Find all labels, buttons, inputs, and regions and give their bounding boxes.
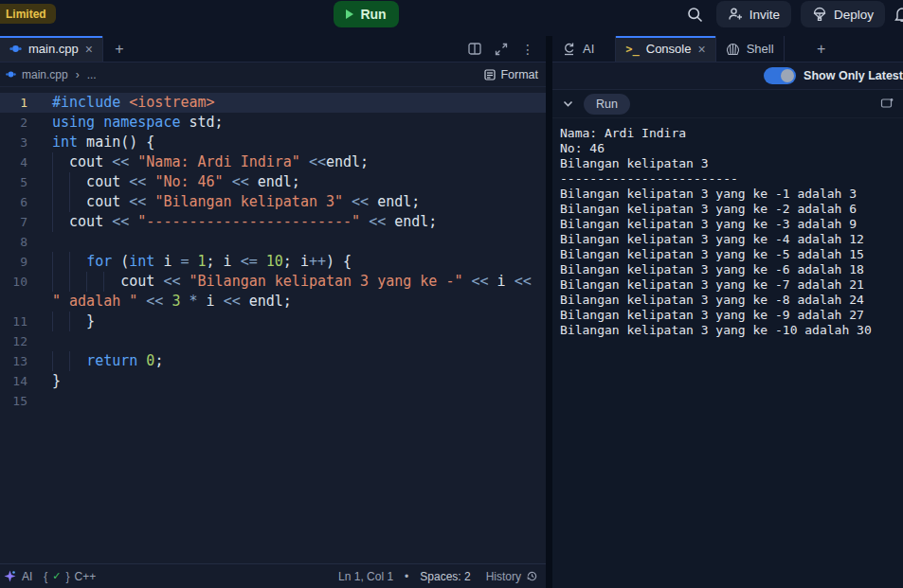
status-ai-label[interactable]: AI <box>22 570 32 583</box>
code-line[interactable]: 10 cout << "Bilangan kelipatan 3 yang ke… <box>0 272 546 292</box>
line-number: 5 <box>0 172 52 192</box>
code-line[interactable]: 7 cout << "------------------------" << … <box>0 212 546 232</box>
status-separator-dot: • <box>405 570 408 583</box>
code-line[interactable]: 11 } <box>0 312 546 331</box>
code-line[interactable]: 3int main() { <box>0 133 546 152</box>
toggle-knob <box>781 69 794 82</box>
breadcrumb-more[interactable]: ... <box>87 68 97 81</box>
code-line[interactable]: 5 cout << "No: 46" << endl; <box>0 172 546 192</box>
new-tab-button[interactable]: + <box>103 36 135 62</box>
editor-menu-button[interactable]: ⋮ <box>517 38 538 61</box>
deploy-icon <box>812 7 827 22</box>
line-number: 2 <box>0 113 52 133</box>
line-number: 8 <box>0 232 52 252</box>
tab-console-close-icon[interactable]: × <box>697 43 705 56</box>
format-icon <box>484 69 496 80</box>
line-number <box>0 292 52 312</box>
line-number: 1 <box>0 93 52 113</box>
search-button[interactable] <box>683 3 707 27</box>
show-only-latest-toggle[interactable] <box>764 67 796 84</box>
split-pane-button[interactable] <box>464 39 485 59</box>
console-line: Bilangan kelipatan 3 yang ke -6 adalah 1… <box>560 262 903 277</box>
line-number: 11 <box>0 312 52 331</box>
console-output[interactable]: Nama: Ardi IndiraNo: 46Bilangan kelipata… <box>552 118 903 588</box>
ai-tab-icon <box>562 42 576 56</box>
expand-icon <box>495 43 508 56</box>
code-line-text: return 0; <box>52 351 163 371</box>
code-line-text: cout << "No: 46" << endl; <box>52 172 300 192</box>
history-clock-icon <box>526 570 538 582</box>
code-line[interactable]: 8 <box>0 232 546 252</box>
tab-close-icon[interactable]: × <box>85 43 93 56</box>
format-button[interactable]: Format <box>484 68 538 81</box>
play-icon <box>346 9 353 19</box>
code-line[interactable]: 4 cout << "Nama: Ardi Indira" <<endl; <box>0 152 546 172</box>
history-label: History <box>486 570 521 583</box>
notifications-bell-icon[interactable] <box>894 6 903 23</box>
code-line[interactable]: 2using namespace std; <box>0 113 546 133</box>
language-badge[interactable]: {✓} C++ <box>44 570 96 583</box>
code-line-text: int main() { <box>52 133 154 152</box>
spaces-setting[interactable]: Spaces: 2 <box>420 570 470 583</box>
line-number: 13 <box>0 351 52 371</box>
tab-shell[interactable]: Shell <box>716 36 785 62</box>
console-line: Bilangan kelipatan 3 yang ke -8 adalah 2… <box>560 293 903 308</box>
code-line[interactable]: " adalah " << 3 * i << endl; <box>0 292 546 312</box>
console-line: Bilangan kelipatan 3 yang ke -9 adalah 2… <box>560 308 903 323</box>
console-line: Bilangan kelipatan 3 yang ke -7 adalah 2… <box>560 277 903 293</box>
line-number: 14 <box>0 371 52 391</box>
code-line[interactable]: 14} <box>0 371 546 391</box>
chevron-down-icon[interactable] <box>562 98 574 110</box>
invite-person-icon <box>728 7 743 22</box>
history-button[interactable]: History <box>486 570 538 583</box>
line-number: 15 <box>0 391 52 411</box>
code-line[interactable]: 15 <box>0 391 546 411</box>
code-line-text: cout << "Bilangan kelipatan 3" << endl; <box>52 192 420 212</box>
cpp-file-icon-small <box>6 69 16 80</box>
console-new-tab-button[interactable]: + <box>805 36 838 62</box>
code-line[interactable]: 13 return 0; <box>0 351 546 371</box>
line-number: 10 <box>0 272 52 292</box>
tab-console[interactable]: >_ Console × <box>616 36 715 62</box>
console-toolbar: Show Only Latest <box>552 62 903 90</box>
invite-button[interactable]: Invite <box>716 1 791 27</box>
breadcrumb-separator: › <box>76 68 80 81</box>
code-line-text: cout << "Nama: Ardi Indira" <<endl; <box>52 152 369 172</box>
code-line-text: cout << "Bilangan kelipatan 3 yang ke -"… <box>52 272 532 292</box>
console-run-chip[interactable]: Run <box>584 94 630 115</box>
show-only-latest-label: Show Only Latest <box>804 69 903 82</box>
code-line[interactable]: 9 for (int i = 1; i <= 10; i++) { <box>0 252 546 272</box>
invite-button-label: Invite <box>749 8 780 22</box>
code-line-text: } <box>52 371 61 391</box>
breadcrumb-file[interactable]: main.cpp <box>22 68 68 81</box>
code-editor[interactable]: 1#include <iostream>2using namespace std… <box>0 87 546 563</box>
line-number: 3 <box>0 133 52 152</box>
console-line: ------------------------ <box>560 171 903 187</box>
cursor-position[interactable]: Ln 1, Col 1 <box>338 570 393 583</box>
console-run-row: Run <box>552 90 903 118</box>
line-number: 6 <box>0 192 52 212</box>
deploy-button[interactable]: Deploy <box>801 1 885 27</box>
split-pane-icon <box>468 43 481 55</box>
console-line: Bilangan kelipatan 3 yang ke -1 adalah 3 <box>560 187 903 202</box>
line-number: 9 <box>0 252 52 272</box>
console-line: Bilangan kelipatan 3 yang ke -4 adalah 1… <box>560 232 903 247</box>
line-number: 7 <box>0 212 52 232</box>
code-line-text: } <box>52 312 95 331</box>
console-line: Bilangan kelipatan 3 yang ke -5 adalah 1… <box>560 247 903 262</box>
expand-pane-button[interactable] <box>491 39 512 60</box>
code-line[interactable]: 6 cout << "Bilangan kelipatan 3" << endl… <box>0 192 546 212</box>
limited-plan-badge[interactable]: Limited <box>0 4 56 24</box>
feedback-flag-icon[interactable] <box>880 98 894 110</box>
console-tab-bar: AI >_ Console × Shell + <box>552 36 903 62</box>
search-icon <box>687 7 703 23</box>
code-line-text: for (int i = 1; i <= 10; i++) { <box>52 252 352 272</box>
tab-label: main.cpp <box>28 42 79 56</box>
tab-main-cpp[interactable]: main.cpp × <box>0 36 103 62</box>
code-line[interactable]: 12 <box>0 331 546 351</box>
line-number: 4 <box>0 152 52 172</box>
code-line[interactable]: 1#include <iostream> <box>0 93 546 113</box>
run-button[interactable]: Run <box>334 1 399 27</box>
pane-resizer[interactable] <box>546 36 552 588</box>
tab-ai[interactable]: AI <box>552 36 616 62</box>
